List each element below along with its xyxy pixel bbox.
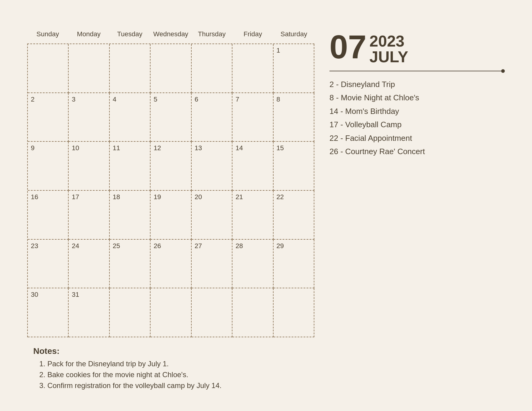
calendar-cell: 26: [151, 240, 191, 289]
calendar-cell: 11: [110, 142, 151, 191]
calendar-cell: [110, 44, 151, 93]
calendar-cell: 19: [151, 191, 191, 240]
top-section: Sunday Monday Tuesday Wednesday Thursday…: [27, 27, 505, 337]
month-number: 07: [329, 30, 366, 63]
day-header-friday: Friday: [232, 27, 274, 42]
year-month-block: 07 2023 JULY: [329, 30, 505, 65]
calendar-cell: [110, 288, 151, 337]
calendar-cell: [232, 288, 273, 337]
notes-section: Notes: 1. Pack for the Disneyland trip b…: [27, 337, 505, 390]
calendar-cell: 30: [28, 288, 69, 337]
calendar-cell: 16: [28, 191, 69, 240]
divider-line: [329, 71, 505, 71]
calendar-cell: 8: [274, 93, 314, 142]
calendar-cell: 27: [192, 240, 232, 289]
cell-date-number: 7: [235, 95, 239, 103]
cell-date-number: 6: [195, 95, 198, 103]
calendar-area: Sunday Monday Tuesday Wednesday Thursday…: [27, 27, 314, 337]
cell-date-number: 8: [277, 95, 280, 103]
cell-date-number: 14: [235, 144, 243, 152]
year-month-text: 2023 JULY: [369, 30, 408, 65]
cell-date-number: 24: [72, 242, 79, 250]
calendar-cell: [28, 44, 69, 93]
calendar-cell: 17: [69, 191, 109, 240]
calendar-cell: 12: [151, 142, 191, 191]
calendar-cell: [192, 288, 232, 337]
cell-date-number: 28: [235, 242, 243, 250]
calendar-cell: 25: [110, 240, 151, 289]
cell-date-number: 26: [154, 242, 161, 250]
notes-list: 1. Pack for the Disneyland trip by July …: [33, 360, 505, 390]
cell-date-number: 12: [154, 144, 161, 152]
cell-date-number: 4: [113, 95, 116, 103]
calendar-cell: [151, 288, 191, 337]
calendar-cell: 14: [232, 142, 273, 191]
sidebar: 07 2023 JULY 2 - Disneyland Trip8 - Movi…: [314, 27, 505, 337]
calendar-cell: 23: [28, 240, 69, 289]
calendar-cell: 28: [232, 240, 273, 289]
cell-date-number: 31: [72, 291, 79, 298]
calendar-cell: 2: [28, 93, 69, 142]
event-item: 22 - Facial Appointment: [329, 133, 505, 144]
note-item: 1. Pack for the Disneyland trip by July …: [39, 360, 505, 368]
calendar-cell: 21: [232, 191, 273, 240]
cell-date-number: 23: [31, 242, 38, 250]
cell-date-number: 16: [31, 193, 38, 201]
calendar-cell: [69, 44, 109, 93]
calendar-container: Sunday Monday Tuesday Wednesday Thursday…: [15, 15, 517, 396]
calendar-cell: 4: [110, 93, 151, 142]
calendar-cell: 20: [192, 191, 232, 240]
calendar-cell: 7: [232, 93, 273, 142]
cell-date-number: 15: [277, 144, 284, 152]
cell-date-number: 21: [235, 193, 243, 201]
month-name: JULY: [369, 49, 408, 65]
calendar-cell: [232, 44, 273, 93]
note-item: 2. Bake cookies for the movie night at C…: [39, 371, 505, 379]
calendar-cell: 1: [274, 44, 314, 93]
calendar-cell: 18: [110, 191, 151, 240]
cell-date-number: 11: [113, 144, 120, 152]
cell-date-number: 22: [277, 193, 284, 201]
calendar-cell: 15: [274, 142, 314, 191]
calendar-cell: [274, 288, 314, 337]
event-item: 17 - Volleyball Camp: [329, 119, 505, 130]
cell-date-number: 9: [31, 144, 34, 152]
note-item: 3. Confirm registration for the volleyba…: [39, 381, 505, 390]
event-item: 2 - Disneyland Trip: [329, 79, 505, 90]
notes-title: Notes:: [33, 346, 505, 356]
cell-date-number: 2: [31, 95, 34, 103]
event-item: 8 - Movie Night at Chloe's: [329, 92, 505, 103]
calendar-cell: 3: [69, 93, 109, 142]
day-header-thursday: Thursday: [191, 27, 232, 42]
calendar-cell: 6: [192, 93, 232, 142]
cell-date-number: 10: [72, 144, 79, 152]
calendar-cell: 24: [69, 240, 109, 289]
day-header-sunday: Sunday: [27, 27, 68, 42]
cell-date-number: 1: [277, 47, 280, 54]
day-header-tuesday: Tuesday: [109, 27, 150, 42]
calendar-cell: 5: [151, 93, 191, 142]
cell-date-number: 3: [72, 95, 75, 103]
cell-date-number: 18: [113, 193, 120, 201]
cell-date-number: 29: [277, 242, 284, 250]
calendar-cell: [192, 44, 232, 93]
events-list: 2 - Disneyland Trip8 - Movie Night at Ch…: [329, 79, 505, 157]
calendar-cell: 29: [274, 240, 314, 289]
event-item: 26 - Courtney Rae' Concert: [329, 146, 505, 157]
calendar-cell: 22: [274, 191, 314, 240]
cell-date-number: 25: [113, 242, 120, 250]
event-item: 14 - Mom's Birthday: [329, 106, 505, 117]
year-text: 2023: [369, 33, 408, 49]
calendar-grid: 1234567891011121314151617181920212223242…: [27, 44, 314, 337]
day-headers: Sunday Monday Tuesday Wednesday Thursday…: [27, 27, 314, 42]
cell-date-number: 19: [154, 193, 161, 201]
calendar-cell: 13: [192, 142, 232, 191]
day-header-saturday: Saturday: [273, 27, 314, 42]
calendar-cell: 10: [69, 142, 109, 191]
cell-date-number: 27: [195, 242, 202, 250]
cell-date-number: 5: [154, 95, 157, 103]
day-header-wednesday: Wednesday: [150, 27, 191, 42]
calendar-cell: 31: [69, 288, 109, 337]
calendar-cell: [151, 44, 191, 93]
cell-date-number: 30: [31, 291, 38, 298]
